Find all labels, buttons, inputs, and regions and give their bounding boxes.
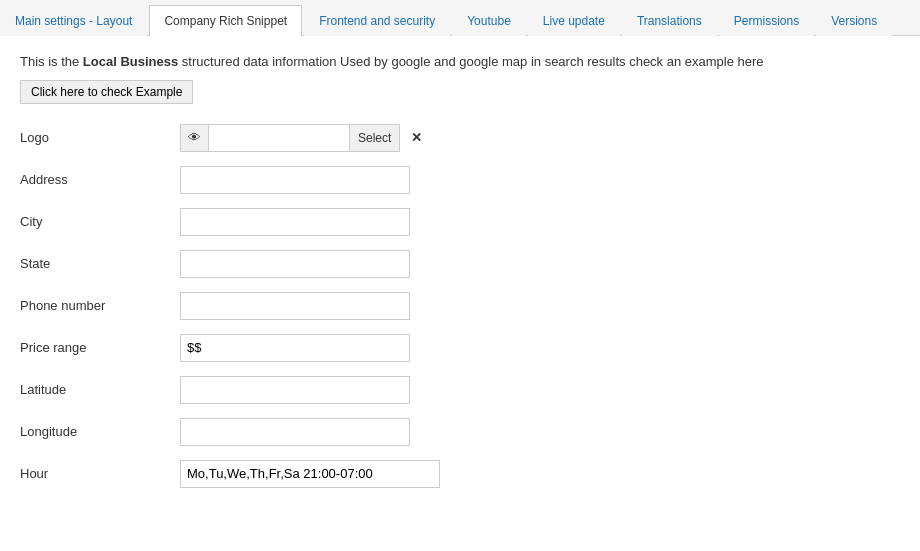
tab-bar: Main settings - LayoutCompany Rich Snipp… xyxy=(0,0,920,36)
label-state: State xyxy=(20,256,180,271)
label-latitude: Latitude xyxy=(20,382,180,397)
state-input[interactable] xyxy=(180,250,410,278)
label-price-range: Price range xyxy=(20,340,180,355)
eye-icon: 👁 xyxy=(188,130,201,145)
label-city: City xyxy=(20,214,180,229)
form-row-phone: Phone number xyxy=(20,292,900,320)
price-range-input[interactable] xyxy=(180,334,410,362)
tab-live-update[interactable]: Live update xyxy=(528,5,620,36)
logo-clear-button[interactable]: ✕ xyxy=(404,125,428,151)
latitude-input[interactable] xyxy=(180,376,410,404)
content-area: This is the Local Business structured da… xyxy=(0,36,920,518)
tab-versions[interactable]: Versions xyxy=(816,5,892,36)
label-longitude: Longitude xyxy=(20,424,180,439)
form-row-longitude: Longitude xyxy=(20,418,900,446)
tab-frontend-security[interactable]: Frontend and security xyxy=(304,5,450,36)
form-row-price-range: Price range xyxy=(20,334,900,362)
longitude-input[interactable] xyxy=(180,418,410,446)
logo-eye-button[interactable]: 👁 xyxy=(181,125,209,151)
label-hour: Hour xyxy=(20,466,180,481)
form-row-address: Address xyxy=(20,166,900,194)
label-phone: Phone number xyxy=(20,298,180,313)
tab-main-settings[interactable]: Main settings - Layout xyxy=(0,5,147,36)
tab-permissions[interactable]: Permissions xyxy=(719,5,814,36)
label-logo: Logo xyxy=(20,130,180,145)
label-address: Address xyxy=(20,172,180,187)
form-row-state: State xyxy=(20,250,900,278)
form-row-logo: Logo 👁 Select ✕ xyxy=(20,124,900,152)
logo-select-button[interactable]: Select xyxy=(349,125,399,151)
tab-translations[interactable]: Translations xyxy=(622,5,717,36)
tab-company-rich-snippet[interactable]: Company Rich Snippet xyxy=(149,5,302,36)
form-row-latitude: Latitude xyxy=(20,376,900,404)
form-row-city: City xyxy=(20,208,900,236)
city-input[interactable] xyxy=(180,208,410,236)
description-text: This is the Local Business structured da… xyxy=(20,52,900,72)
logo-text-input[interactable] xyxy=(209,125,349,151)
logo-input-group: 👁 Select xyxy=(180,124,400,152)
form-row-hour: Hour xyxy=(20,460,900,488)
address-input[interactable] xyxy=(180,166,410,194)
example-button[interactable]: Click here to check Example xyxy=(20,80,193,104)
phone-input[interactable] xyxy=(180,292,410,320)
tab-youtube[interactable]: Youtube xyxy=(452,5,526,36)
hour-input[interactable] xyxy=(180,460,440,488)
